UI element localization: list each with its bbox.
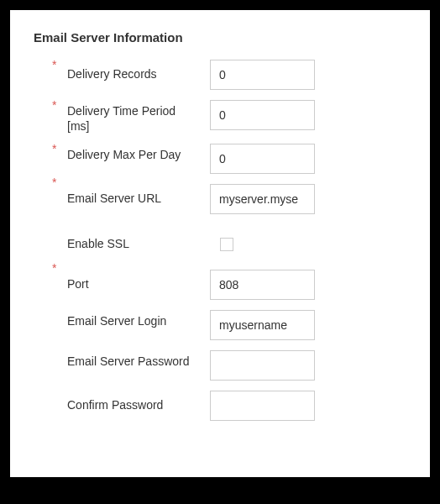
label-delivery-max-per-day: Delivery Max Per Day xyxy=(34,144,193,162)
input-confirm-password[interactable] xyxy=(210,391,315,421)
input-delivery-records[interactable] xyxy=(210,60,315,90)
label-delivery-records: Delivery Records xyxy=(34,60,193,81)
required-indicator: * xyxy=(52,58,56,71)
required-indicator: * xyxy=(52,142,56,155)
row-enable-ssl: Enable SSL xyxy=(34,229,406,255)
label-port: Port xyxy=(34,270,193,291)
row-email-server-login: Email Server Login xyxy=(34,310,406,340)
label-delivery-time-period: Delivery Time Period [ms] xyxy=(34,100,193,134)
row-email-server-url: * Email Server URL xyxy=(34,184,406,214)
input-email-server-password[interactable] xyxy=(210,350,315,381)
row-delivery-max-per-day: * Delivery Max Per Day xyxy=(34,144,406,174)
input-delivery-time-period[interactable] xyxy=(210,100,315,130)
row-confirm-password: Confirm Password xyxy=(34,391,406,421)
row-delivery-records: * Delivery Records xyxy=(34,60,406,90)
required-indicator: * xyxy=(52,98,56,112)
row-delivery-time-period: * Delivery Time Period [ms] xyxy=(34,100,406,134)
input-port[interactable] xyxy=(210,270,315,300)
required-indicator: * xyxy=(52,261,56,275)
checkbox-enable-ssl[interactable] xyxy=(220,238,233,251)
row-email-server-password: Email Server Password xyxy=(34,350,406,381)
label-email-server-login: Email Server Login xyxy=(34,310,193,328)
email-server-info-panel: Email Server Information * Delivery Reco… xyxy=(10,10,430,477)
label-confirm-password: Confirm Password xyxy=(34,391,193,412)
input-email-server-url[interactable] xyxy=(210,184,315,214)
required-indicator: * xyxy=(52,176,56,189)
input-email-server-login[interactable] xyxy=(210,310,315,340)
label-enable-ssl: Enable SSL xyxy=(34,229,193,251)
input-delivery-max-per-day[interactable] xyxy=(210,144,315,174)
label-email-server-url: Email Server URL xyxy=(34,184,193,206)
row-port: * Port xyxy=(34,270,406,300)
label-email-server-password: Email Server Password xyxy=(34,350,193,369)
section-title: Email Server Information xyxy=(34,30,406,45)
